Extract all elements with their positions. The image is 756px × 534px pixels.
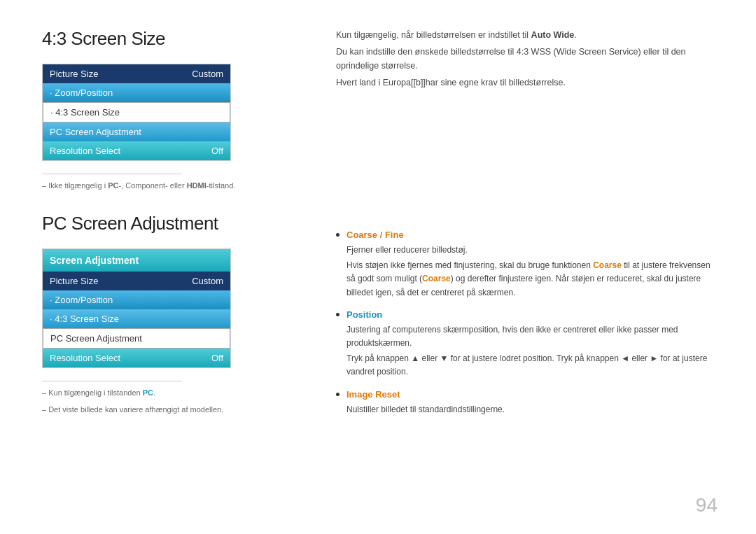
right-section2-bullets: Coarse / Fine Fjerner eller reducerer bi… bbox=[336, 230, 721, 416]
menu-item-value: Off bbox=[211, 146, 223, 156]
right-line2: Du kan indstille den ønskede billedstørr… bbox=[336, 45, 721, 73]
menu-item-value: Custom bbox=[192, 69, 223, 79]
menu-item-label: · Zoom/Position bbox=[50, 87, 113, 98]
menu-item-value: Off bbox=[211, 353, 223, 363]
section-43-screen-size: 4:3 Screen Size Picture Size Custom · Zo… bbox=[42, 28, 287, 192]
menu-item-value: Custom bbox=[192, 276, 223, 286]
menu-item-label: Resolution Select bbox=[50, 353, 120, 363]
section2-note1: – Kun tilgængelig i tilstanden PC. bbox=[42, 387, 287, 399]
bullet-title-coarse: Coarse / Fine bbox=[336, 230, 721, 240]
section1-menu: Picture Size Custom · Zoom/Position · 4:… bbox=[42, 64, 231, 161]
menu-header-screen-adj: Screen Adjustment bbox=[43, 249, 230, 272]
bullet-text-coarse1: Fjerner eller reducerer billedstøj. bbox=[336, 244, 721, 257]
bullet-image-reset: Image Reset Nulstiller billedet til stan… bbox=[336, 389, 721, 416]
section-pc-screen-adjustment: PC Screen Adjustment Screen Adjustment P… bbox=[42, 213, 287, 416]
bullet-text-position2: Tryk på knappen ▲ eller ▼ for at justere… bbox=[336, 352, 721, 379]
menu2-pc-screen-adj: PC Screen Adjustment bbox=[43, 328, 230, 349]
page-number: 94 bbox=[696, 494, 718, 517]
menu-item-label: · Zoom/Position bbox=[50, 295, 113, 305]
bullet-dot-position bbox=[336, 313, 340, 316]
section2-title: PC Screen Adjustment bbox=[42, 213, 287, 234]
divider2 bbox=[42, 381, 182, 381]
right-column: Kun tilgængelig, når billedstørrelsen er… bbox=[308, 28, 721, 513]
menu-item-label: Picture Size bbox=[50, 276, 98, 286]
right-line3: Hvert land i Europa[[b]]har sine egne kr… bbox=[336, 76, 721, 90]
right-section1-text: Kun tilgængelig, når billedstørrelsen er… bbox=[336, 28, 721, 90]
menu2-resolution: Resolution Select Off bbox=[43, 349, 230, 367]
menu-item-pc-screen-adj: PC Screen Adjustment bbox=[43, 122, 230, 141]
menu-item-label: · 4:3 Screen Size bbox=[50, 107, 120, 118]
bullet-text-position1: Justering af computerens skærmposition, … bbox=[336, 323, 721, 350]
bullet-position: Position Justering af computerens skærmp… bbox=[336, 309, 721, 379]
section2-menu: Screen Adjustment Picture Size Custom · … bbox=[42, 248, 231, 368]
menu2-zoom-position: · Zoom/Position bbox=[43, 290, 230, 309]
menu-item-label: Resolution Select bbox=[50, 146, 120, 156]
menu-item-43-screen: · 4:3 Screen Size bbox=[43, 102, 230, 122]
bullet-text-image-reset: Nulstiller billedet til standardindstill… bbox=[336, 403, 721, 416]
section1-title: 4:3 Screen Size bbox=[42, 28, 287, 50]
bullet-label-coarse: Coarse / Fine bbox=[346, 230, 404, 240]
menu-header-label: Screen Adjustment bbox=[50, 255, 139, 266]
bullet-label-image-reset: Image Reset bbox=[346, 389, 400, 400]
left-column: 4:3 Screen Size Picture Size Custom · Zo… bbox=[42, 28, 308, 513]
menu-item-zoom-position: · Zoom/Position bbox=[43, 83, 230, 102]
bullet-title-position: Position bbox=[336, 309, 721, 320]
bullet-coarse-fine: Coarse / Fine Fjerner eller reducerer bi… bbox=[336, 230, 721, 300]
divider1 bbox=[42, 174, 182, 174]
bullet-dot-image-reset bbox=[336, 393, 340, 396]
menu-item-label: Picture Size bbox=[50, 69, 98, 79]
bullet-dot bbox=[336, 233, 340, 237]
bullet-text-coarse2: Hvis støjen ikke fjernes med finjusterin… bbox=[336, 259, 721, 300]
menu-item-label: PC Screen Adjustment bbox=[50, 333, 142, 344]
menu-item-label: PC Screen Adjustment bbox=[50, 127, 141, 137]
bullet-title-image-reset: Image Reset bbox=[336, 389, 721, 400]
menu-item-label: · 4:3 Screen Size bbox=[50, 314, 119, 324]
menu2-picture-size: Picture Size Custom bbox=[43, 272, 230, 290]
section1-note: – Ikke tilgængelig i PC-, Component- ell… bbox=[42, 180, 287, 192]
menu-item-picture-size: Picture Size Custom bbox=[43, 64, 230, 83]
right-line1: Kun tilgængelig, når billedstørrelsen er… bbox=[336, 28, 721, 42]
menu-item-resolution: Resolution Select Off bbox=[43, 141, 230, 160]
section2-note2: – Det viste billede kan variere afhængig… bbox=[42, 404, 287, 416]
bullet-label-position: Position bbox=[346, 309, 382, 320]
menu2-43-screen: · 4:3 Screen Size bbox=[43, 309, 230, 328]
